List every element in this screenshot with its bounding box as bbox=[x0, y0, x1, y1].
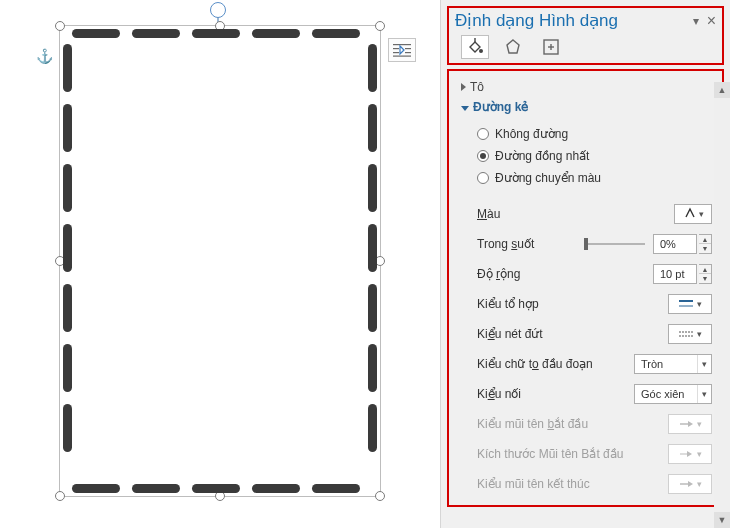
compound-type-button[interactable]: ▾ bbox=[668, 294, 712, 314]
svg-rect-5 bbox=[393, 56, 411, 57]
selected-shape[interactable] bbox=[60, 26, 380, 496]
panel-close-icon[interactable]: × bbox=[707, 12, 716, 30]
radio-no-line[interactable]: Không đường bbox=[477, 123, 722, 145]
panel-header-box: Định dạng Hình dạng ▾ × bbox=[447, 6, 724, 65]
anchor-icon: ⚓ bbox=[36, 48, 53, 64]
panel-dropdown-icon[interactable]: ▾ bbox=[693, 14, 699, 28]
document-canvas[interactable]: ⚓ bbox=[0, 0, 440, 528]
dash-type-button[interactable]: ▾ bbox=[668, 324, 712, 344]
format-shape-panel: Định dạng Hình dạng ▾ × Tô Đường kẻ Khôn… bbox=[440, 0, 730, 528]
transparency-slider[interactable] bbox=[587, 243, 645, 245]
width-spinner[interactable]: ▲▼ bbox=[699, 264, 712, 284]
cap-type-select[interactable]: Tròn▾ bbox=[634, 354, 712, 374]
scroll-down-icon[interactable]: ▼ bbox=[714, 512, 730, 528]
resize-handle-br[interactable] bbox=[375, 491, 385, 501]
resize-handle-tr[interactable] bbox=[375, 21, 385, 31]
svg-rect-0 bbox=[393, 44, 411, 45]
svg-marker-18 bbox=[687, 451, 692, 457]
layout-options-button[interactable] bbox=[388, 38, 416, 62]
properties-box: Tô Đường kẻ Không đường Đường đồng nhất … bbox=[447, 69, 724, 507]
begin-arrow-button: ▾ bbox=[668, 414, 712, 434]
color-picker-button[interactable]: ▾ bbox=[674, 204, 712, 224]
end-arrow-button: ▾ bbox=[668, 474, 712, 494]
section-line[interactable]: Đường kẻ bbox=[449, 97, 722, 117]
resize-handle-bl[interactable] bbox=[55, 491, 65, 501]
prop-transparency: Trong suốt 0% ▲▼ bbox=[477, 229, 712, 259]
prop-begin-arrow-size: Kích thước Mũi tên Bắt đầu ▾ bbox=[477, 439, 712, 469]
transparency-input[interactable]: 0% bbox=[653, 234, 697, 254]
prop-join: Kiểu nối Góc xiên▾ bbox=[477, 379, 712, 409]
prop-dash: Kiểu nét đứt ▾ bbox=[477, 319, 712, 349]
svg-rect-3 bbox=[393, 52, 399, 53]
resize-handle-tl[interactable] bbox=[55, 21, 65, 31]
scrollbar[interactable]: ▲ ▼ bbox=[714, 82, 730, 528]
svg-point-6 bbox=[479, 49, 483, 53]
tab-layout[interactable] bbox=[537, 35, 565, 59]
svg-marker-16 bbox=[688, 421, 693, 427]
prop-color: Màu ▾ bbox=[477, 199, 712, 229]
svg-rect-4 bbox=[405, 52, 411, 53]
panel-title: Định dạng Hình dạng bbox=[455, 10, 618, 31]
svg-marker-7 bbox=[507, 40, 519, 53]
begin-arrow-size-button: ▾ bbox=[668, 444, 712, 464]
radio-gradient-line[interactable]: Đường chuyển màu bbox=[477, 167, 722, 189]
svg-rect-1 bbox=[393, 48, 399, 49]
prop-cap: Kiểu chữ to đầu đoạn Tròn▾ bbox=[477, 349, 712, 379]
prop-compound: Kiểu tổ hợp ▾ bbox=[477, 289, 712, 319]
transparency-spinner[interactable]: ▲▼ bbox=[699, 234, 712, 254]
prop-end-arrow: Kiểu mũi tên kết thúc ▾ bbox=[477, 469, 712, 499]
radio-solid-line[interactable]: Đường đồng nhất bbox=[477, 145, 722, 167]
width-input[interactable]: 10 pt bbox=[653, 264, 697, 284]
svg-marker-20 bbox=[688, 481, 693, 487]
prop-begin-arrow: Kiểu mũi tên bắt đầu ▾ bbox=[477, 409, 712, 439]
rotate-handle[interactable] bbox=[210, 2, 226, 18]
section-fill[interactable]: Tô bbox=[449, 77, 722, 97]
tab-fill-line[interactable] bbox=[461, 35, 489, 59]
svg-rect-2 bbox=[405, 48, 411, 49]
join-type-select[interactable]: Góc xiên▾ bbox=[634, 384, 712, 404]
tab-effects[interactable] bbox=[499, 35, 527, 59]
prop-width: Độ rộng 10 pt ▲▼ bbox=[477, 259, 712, 289]
scroll-up-icon[interactable]: ▲ bbox=[714, 82, 730, 98]
